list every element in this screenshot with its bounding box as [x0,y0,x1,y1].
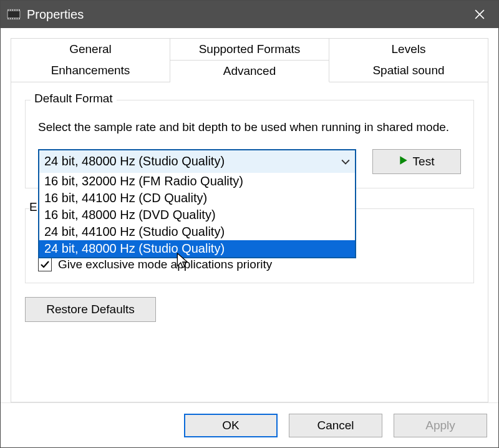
test-button-label: Test [413,155,435,168]
format-option-selected[interactable]: 24 bit, 48000 Hz (Studio Quality) [39,240,355,257]
client-area: General Supported Formats Levels Enhance… [1,28,498,402]
tab-general[interactable]: General [11,38,170,60]
tab-page-advanced: Default Format Select the sample rate an… [11,82,488,402]
dialog-footer: OK Cancel Apply [1,402,498,447]
tab-levels[interactable]: Levels [329,38,488,60]
cancel-button-label: Cancel [317,419,354,432]
tabstrip: General Supported Formats Levels Enhance… [11,38,488,82]
exclusive-priority-label: Give exclusive mode applications priorit… [58,258,272,271]
tab-supported-formats[interactable]: Supported Formats [170,38,329,60]
titlebar: Properties [1,1,498,28]
app-icon [7,9,21,20]
svg-rect-12 [17,18,19,19]
svg-rect-7 [17,9,19,11]
close-button[interactable] [461,1,498,28]
format-option[interactable]: 16 bit, 44100 Hz (CD Quality) [39,190,355,207]
svg-rect-4 [11,9,12,11]
svg-rect-3 [9,9,10,11]
svg-rect-0 [7,11,20,19]
sample-format-dropdown: 16 bit, 32000 Hz (FM Radio Quality) 16 b… [38,173,356,258]
default-format-group: Default Format Select the sample rate an… [25,100,474,188]
apply-button[interactable]: Apply [394,414,487,437]
svg-rect-10 [13,18,14,19]
cancel-button[interactable]: Cancel [289,414,382,437]
apply-button-label: Apply [425,419,455,432]
ok-button-label: OK [222,419,239,432]
test-button[interactable]: Test [372,149,461,174]
close-icon [475,9,485,19]
format-option[interactable]: 16 bit, 32000 Hz (FM Radio Quality) [39,173,355,190]
exclusive-legend-fragment: E [29,200,37,214]
svg-rect-8 [9,18,10,19]
restore-defaults-label: Restore Defaults [46,303,135,316]
svg-rect-5 [13,9,14,11]
sample-format-combobox[interactable]: 24 bit, 48000 Hz (Studio Quality) 16 bit… [38,149,356,174]
default-format-help: Select the sample rate and bit depth to … [38,119,461,135]
svg-rect-9 [11,18,12,19]
svg-rect-11 [16,18,17,19]
exclusive-priority-checkbox[interactable] [38,258,52,271]
format-option[interactable]: 16 bit, 48000 Hz (DVD Quality) [39,207,355,223]
play-icon [399,155,408,168]
window-title: Properties [27,7,84,22]
tab-enhancements[interactable]: Enhancements [11,60,170,82]
check-icon [40,260,50,270]
restore-defaults-button[interactable]: Restore Defaults [25,297,156,322]
default-format-legend: Default Format [31,92,117,105]
format-option[interactable]: 24 bit, 44100 Hz (Studio Quality) [39,223,355,240]
tab-advanced[interactable]: Advanced [170,60,329,82]
ok-button[interactable]: OK [184,414,278,437]
sample-format-selected: 24 bit, 48000 Hz (Studio Quality) [44,154,225,168]
svg-rect-6 [16,9,17,11]
properties-dialog: Properties General Supported Formats Lev… [0,0,499,448]
tab-spatial-sound[interactable]: Spatial sound [329,60,488,82]
chevron-down-icon [341,154,350,168]
